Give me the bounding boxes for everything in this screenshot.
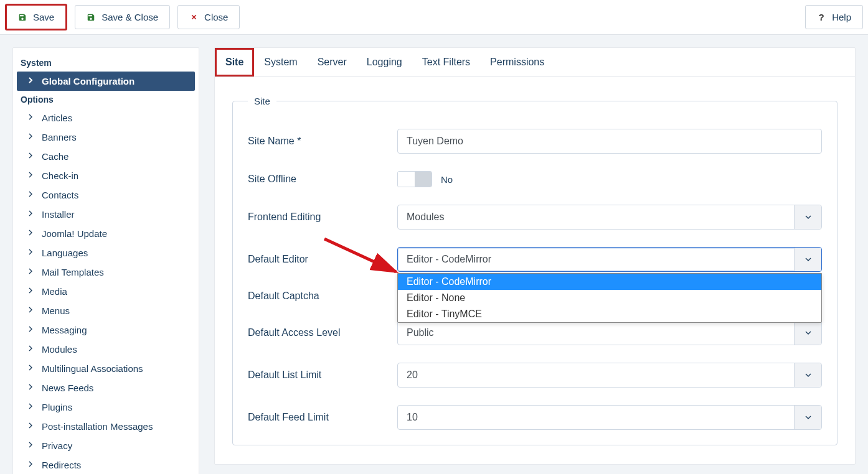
save-button[interactable]: Save [5, 4, 67, 30]
sidebar-item-redirects[interactable]: Redirects [13, 455, 199, 474]
control-default-access: Public [397, 320, 822, 345]
sidebar-item-mail-templates[interactable]: Mail Templates [13, 263, 199, 282]
chevron-right-icon [26, 421, 35, 432]
save-close-button-label: Save & Close [101, 12, 158, 22]
save-icon [87, 13, 95, 22]
help-button[interactable]: ? Help [805, 5, 863, 29]
save-close-button[interactable]: Save & Close [75, 5, 170, 29]
tab-server[interactable]: Server [308, 48, 357, 77]
sidebar-heading-options: Options [13, 91, 199, 108]
sidebar-item-media[interactable]: Media [13, 282, 199, 301]
chevron-down-icon [794, 248, 821, 271]
chevron-right-icon [26, 324, 35, 336]
chevron-right-icon [26, 247, 35, 259]
sidebar-item-label: News Feeds [42, 383, 93, 393]
sidebar-item-label: Banners [42, 132, 77, 142]
default-feed-limit-value: 10 [407, 412, 418, 423]
sidebar-item-contacts[interactable]: Contacts [13, 185, 199, 205]
tab-site[interactable]: Site [215, 48, 254, 77]
label-default-access: Default Access Level [248, 327, 397, 338]
sidebar-item-label: Redirects [42, 460, 81, 470]
row-site-offline: Site Offline No [248, 171, 822, 187]
control-default-editor: Editor - CodeMirror [397, 247, 822, 272]
row-default-access: Default Access Level Public [248, 320, 822, 345]
site-offline-toggle[interactable] [397, 171, 432, 187]
close-button[interactable]: Close [177, 5, 240, 29]
control-frontend-editing: Modules [397, 205, 822, 230]
default-access-value: Public [407, 327, 434, 338]
tab-text-filters[interactable]: Text Filters [412, 48, 480, 77]
label-site-offline: Site Offline [248, 174, 397, 185]
sidebar-item-installer[interactable]: Installer [13, 205, 199, 224]
sidebar-item-label: Modules [42, 344, 77, 355]
control-default-feed-limit: 10 [397, 405, 822, 430]
frontend-editing-select[interactable]: Modules [397, 205, 822, 230]
help-icon: ? [817, 13, 826, 22]
sidebar-item-label: Joomla! Update [42, 228, 107, 239]
chevron-right-icon [26, 228, 35, 239]
site-name-input[interactable] [397, 129, 822, 154]
sidebar-item-check-in[interactable]: Check-in [13, 166, 199, 185]
sidebar-item-multilingual-associations[interactable]: Multilingual Associations [13, 359, 199, 378]
chevron-down-icon [794, 321, 821, 345]
sidebar-item-label: Mail Templates [42, 267, 104, 277]
sidebar-item-label: Multilingual Associations [42, 363, 143, 374]
sidebar-item-label: Installer [42, 209, 75, 220]
sidebar-heading-system: System [13, 54, 199, 72]
page-background: System Global Configuration Options Arti… [0, 35, 868, 474]
label-default-feed-limit: Default Feed Limit [248, 412, 397, 423]
chevron-down-icon [794, 363, 821, 387]
sidebar-item-articles[interactable]: Articles [13, 108, 199, 128]
toggle-space [398, 172, 415, 187]
chevron-right-icon [26, 75, 35, 87]
label-frontend-editing: Frontend Editing [248, 211, 397, 223]
toggle-knob [415, 172, 432, 187]
editor-option[interactable]: Editor - None [398, 290, 821, 306]
sidebar-item-label: Languages [42, 248, 88, 258]
tabs: SiteSystemServerLoggingText FiltersPermi… [215, 48, 855, 77]
sidebar-item-banners[interactable]: Banners [13, 128, 199, 147]
sidebar-item-menus[interactable]: Menus [13, 301, 199, 320]
sidebar: System Global Configuration Options Arti… [12, 47, 199, 474]
sidebar-item-languages[interactable]: Languages [13, 243, 199, 263]
sidebar-item-post-installation-messages[interactable]: Post-installation Messages [13, 417, 199, 436]
default-access-select[interactable]: Public [397, 320, 822, 345]
tab-permissions[interactable]: Permissions [480, 48, 554, 77]
sidebar-item-label: Menus [42, 305, 70, 316]
chevron-right-icon [26, 286, 35, 297]
chevron-right-icon [26, 401, 35, 413]
sidebar-item-messaging[interactable]: Messaging [13, 320, 199, 340]
sidebar-item-plugins[interactable]: Plugins [13, 397, 199, 417]
sidebar-item-global-configuration[interactable]: Global Configuration [17, 72, 195, 91]
sidebar-item-label: Articles [42, 113, 72, 123]
editor-option[interactable]: Editor - CodeMirror [398, 274, 821, 290]
tab-logging[interactable]: Logging [357, 48, 412, 77]
tab-system[interactable]: System [254, 48, 307, 77]
row-site-name: Site Name * [248, 129, 822, 154]
main-panel: SiteSystemServerLoggingText FiltersPermi… [214, 47, 856, 465]
sidebar-item-label: Media [42, 286, 67, 297]
default-list-limit-select[interactable]: 20 [397, 363, 822, 388]
default-feed-limit-select[interactable]: 10 [397, 405, 822, 430]
chevron-right-icon [26, 343, 35, 355]
site-offline-value: No [441, 174, 453, 185]
sidebar-item-label: Privacy [42, 440, 72, 451]
sidebar-item-label: Messaging [42, 325, 87, 335]
chevron-right-icon [26, 189, 35, 201]
chevron-right-icon [26, 363, 35, 374]
sidebar-item-privacy[interactable]: Privacy [13, 436, 199, 455]
sidebar-item-joomla-update[interactable]: Joomla! Update [13, 224, 199, 243]
fieldset-site: Site Site Name * Site Offline No [232, 96, 837, 445]
sidebar-item-label: Post-installation Messages [42, 421, 153, 432]
content: Site Site Name * Site Offline No [215, 77, 855, 464]
help-button-label: Help [832, 12, 851, 22]
default-editor-select[interactable]: Editor - CodeMirror [397, 247, 822, 272]
chevron-right-icon [26, 112, 35, 124]
sidebar-item-news-feeds[interactable]: News Feeds [13, 378, 199, 397]
chevron-down-icon [794, 205, 821, 229]
editor-option[interactable]: Editor - TinyMCE [398, 306, 821, 322]
sidebar-item-cache[interactable]: Cache [13, 147, 199, 166]
sidebar-item-modules[interactable]: Modules [13, 340, 199, 359]
row-frontend-editing: Frontend Editing Modules [248, 205, 822, 230]
label-default-editor: Default Editor [248, 254, 397, 265]
